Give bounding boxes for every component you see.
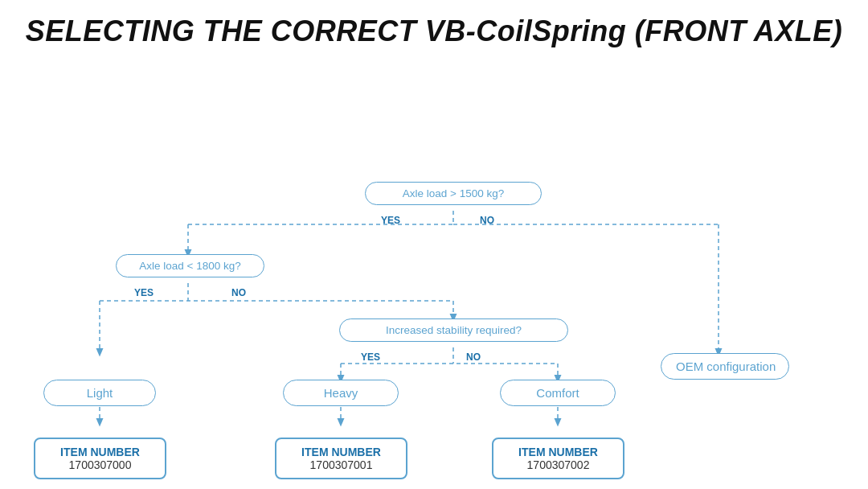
item-label-1: ITEM NUMBER bbox=[43, 446, 157, 458]
d1-no-label: NO bbox=[480, 215, 494, 226]
diagram: Axle load > 1500 kg? YES NO Axle load < … bbox=[19, 68, 849, 438]
page-title: SELECTING THE CORRECT VB-CoilSpring (FRO… bbox=[19, 14, 849, 48]
decision-1: Axle load > 1500 kg? bbox=[365, 182, 542, 205]
d2-yes-label: YES bbox=[134, 287, 154, 298]
d3-no-label: NO bbox=[466, 351, 481, 363]
item-label-3: ITEM NUMBER bbox=[502, 446, 615, 458]
d1-yes-label: YES bbox=[381, 215, 400, 226]
item-box-2: ITEM NUMBER 1700307001 bbox=[275, 438, 407, 479]
item-box-1: ITEM NUMBER 1700307000 bbox=[34, 438, 166, 479]
d2-no-label: NO bbox=[231, 287, 246, 298]
d3-yes-label: YES bbox=[361, 351, 380, 363]
decision-2: Axle load < 1800 kg? bbox=[116, 254, 264, 277]
result-oem: OEM configuration bbox=[661, 353, 789, 380]
result-comfort: Comfort bbox=[500, 380, 616, 406]
item-number-3: 1700307002 bbox=[502, 458, 615, 471]
item-number-2: 1700307001 bbox=[285, 458, 398, 471]
item-label-2: ITEM NUMBER bbox=[285, 446, 398, 458]
decision-3: Increased stability required? bbox=[339, 318, 568, 342]
item-number-1: 1700307000 bbox=[43, 458, 157, 471]
result-heavy: Heavy bbox=[283, 380, 399, 406]
page: SELECTING THE CORRECT VB-CoilSpring (FRO… bbox=[0, 0, 868, 489]
result-light: Light bbox=[43, 380, 156, 406]
item-box-3: ITEM NUMBER 1700307002 bbox=[492, 438, 624, 479]
